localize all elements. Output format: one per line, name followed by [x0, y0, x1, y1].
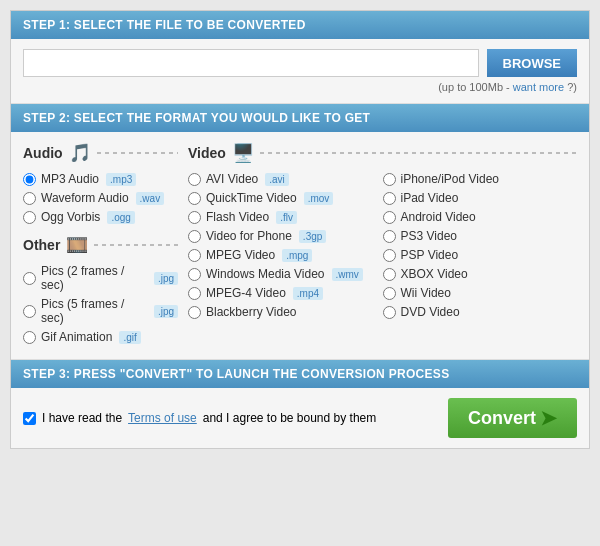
radio-android[interactable]	[383, 211, 396, 224]
format-pics2[interactable]: Pics (2 frames / sec) .jpg	[23, 264, 178, 292]
step2-header: STEP 2: SELECT THE FORMAT YOU WOULD LIKE…	[11, 104, 589, 132]
step1-header: STEP 1: SELECT THE FILE TO BE CONVERTED	[11, 11, 589, 39]
convert-label: Convert	[468, 408, 536, 429]
mp4-tag: .mp4	[293, 287, 323, 300]
step2-content: Audio 🎵 MP3 Audio .mp3 Waveform Audio .w…	[11, 132, 589, 360]
radio-ogg-audio[interactable]	[23, 211, 36, 224]
video-divider	[260, 152, 577, 154]
format-3gp[interactable]: Video for Phone .3gp	[188, 229, 383, 243]
audio-column: Audio 🎵 MP3 Audio .mp3 Waveform Audio .w…	[23, 142, 178, 349]
radio-ps3[interactable]	[383, 230, 396, 243]
format-mp4[interactable]: MPEG-4 Video .mp4	[188, 286, 383, 300]
video-label: Video	[188, 145, 226, 161]
format-iphone[interactable]: iPhone/iPod Video	[383, 172, 578, 186]
other-divider	[94, 244, 178, 246]
audio-section-title: Audio 🎵	[23, 142, 178, 164]
audio-divider	[97, 152, 178, 154]
format-gif[interactable]: Gif Animation .gif	[23, 330, 178, 344]
radio-psp[interactable]	[383, 249, 396, 262]
flv-tag: .flv	[276, 211, 297, 224]
step3-content: I have read the Terms of use and I agree…	[11, 388, 589, 448]
3gp-tag: .3gp	[299, 230, 326, 243]
video-col2: iPhone/iPod Video iPad Video Android Vid…	[383, 172, 578, 324]
3gp-label: Video for Phone	[206, 229, 292, 243]
format-wii[interactable]: Wii Video	[383, 286, 578, 300]
step1-content: BROWSE (up to 100Mb - want more ?)	[11, 39, 589, 104]
mp3-label: MP3 Audio	[41, 172, 99, 186]
step3-row: I have read the Terms of use and I agree…	[23, 398, 577, 438]
format-dvd[interactable]: DVD Video	[383, 305, 578, 319]
iphone-label: iPhone/iPod Video	[401, 172, 500, 186]
psp-label: PSP Video	[401, 248, 459, 262]
music-icon: 🎵	[69, 142, 91, 164]
browse-button[interactable]: BROWSE	[487, 49, 578, 77]
xbox-label: XBOX Video	[401, 267, 468, 281]
want-more-link[interactable]: want more	[513, 81, 564, 93]
radio-gif[interactable]	[23, 331, 36, 344]
pics2-tag: .jpg	[154, 272, 178, 285]
size-note: (up to 100Mb - want more ?)	[23, 81, 577, 93]
radio-flv[interactable]	[188, 211, 201, 224]
ogg-label: Ogg Vorbis	[41, 210, 100, 224]
radio-avi[interactable]	[188, 173, 201, 186]
mp3-tag: .mp3	[106, 173, 136, 186]
format-ps3[interactable]: PS3 Video	[383, 229, 578, 243]
format-mpg[interactable]: MPEG Video .mpg	[188, 248, 383, 262]
radio-mov[interactable]	[188, 192, 201, 205]
video-section-title: Video 🖥️	[188, 142, 577, 164]
flv-label: Flash Video	[206, 210, 269, 224]
format-avi[interactable]: AVI Video .avi	[188, 172, 383, 186]
format-mov[interactable]: QuickTime Video .mov	[188, 191, 383, 205]
radio-3gp[interactable]	[188, 230, 201, 243]
format-pics5[interactable]: Pics (5 frames / sec) .jpg	[23, 297, 178, 325]
format-blackberry[interactable]: Blackberry Video	[188, 305, 383, 319]
audio-label: Audio	[23, 145, 63, 161]
radio-wav-audio[interactable]	[23, 192, 36, 205]
ogg-tag: .ogg	[107, 211, 134, 224]
wmv-tag: .wmv	[332, 268, 363, 281]
gif-label: Gif Animation	[41, 330, 112, 344]
format-wmv[interactable]: Windows Media Video .wmv	[188, 267, 383, 281]
terms-suffix: and I agree to be bound by them	[203, 411, 376, 425]
format-xbox[interactable]: XBOX Video	[383, 267, 578, 281]
wmv-label: Windows Media Video	[206, 267, 325, 281]
step3-header: STEP 3: PRESS "CONVERT" TO LAUNCH THE CO…	[11, 360, 589, 388]
mpg-tag: .mpg	[282, 249, 312, 262]
format-ipad[interactable]: iPad Video	[383, 191, 578, 205]
android-label: Android Video	[401, 210, 476, 224]
format-psp[interactable]: PSP Video	[383, 248, 578, 262]
radio-blackberry[interactable]	[188, 306, 201, 319]
radio-pics5[interactable]	[23, 305, 36, 318]
convert-arrow-icon: ➤	[540, 406, 557, 430]
radio-ipad[interactable]	[383, 192, 396, 205]
ps3-label: PS3 Video	[401, 229, 458, 243]
file-input[interactable]	[23, 49, 479, 77]
wav-label: Waveform Audio	[41, 191, 129, 205]
format-android[interactable]: Android Video	[383, 210, 578, 224]
mp4-label: MPEG-4 Video	[206, 286, 286, 300]
format-ogg-audio[interactable]: Ogg Vorbis .ogg	[23, 210, 178, 224]
format-wav-audio[interactable]: Waveform Audio .wav	[23, 191, 178, 205]
radio-xbox[interactable]	[383, 268, 396, 281]
video-col1: AVI Video .avi QuickTime Video .mov Flas…	[188, 172, 383, 324]
format-flv[interactable]: Flash Video .flv	[188, 210, 383, 224]
radio-mp3-audio[interactable]	[23, 173, 36, 186]
format-mp3-audio[interactable]: MP3 Audio .mp3	[23, 172, 178, 186]
other-icon: 🎞️	[66, 234, 88, 256]
radio-wmv[interactable]	[188, 268, 201, 281]
radio-wii[interactable]	[383, 287, 396, 300]
radio-pics2[interactable]	[23, 272, 36, 285]
radio-iphone[interactable]	[383, 173, 396, 186]
wii-label: Wii Video	[401, 286, 451, 300]
radio-dvd[interactable]	[383, 306, 396, 319]
main-container: STEP 1: SELECT THE FILE TO BE CONVERTED …	[10, 10, 590, 449]
radio-mpg[interactable]	[188, 249, 201, 262]
radio-mp4[interactable]	[188, 287, 201, 300]
terms-prefix: I have read the	[42, 411, 122, 425]
pics2-label: Pics (2 frames / sec)	[41, 264, 147, 292]
terms-link[interactable]: Terms of use	[128, 411, 197, 425]
mov-tag: .mov	[304, 192, 334, 205]
convert-button[interactable]: Convert ➤	[448, 398, 577, 438]
avi-tag: .avi	[265, 173, 289, 186]
terms-checkbox[interactable]	[23, 412, 36, 425]
